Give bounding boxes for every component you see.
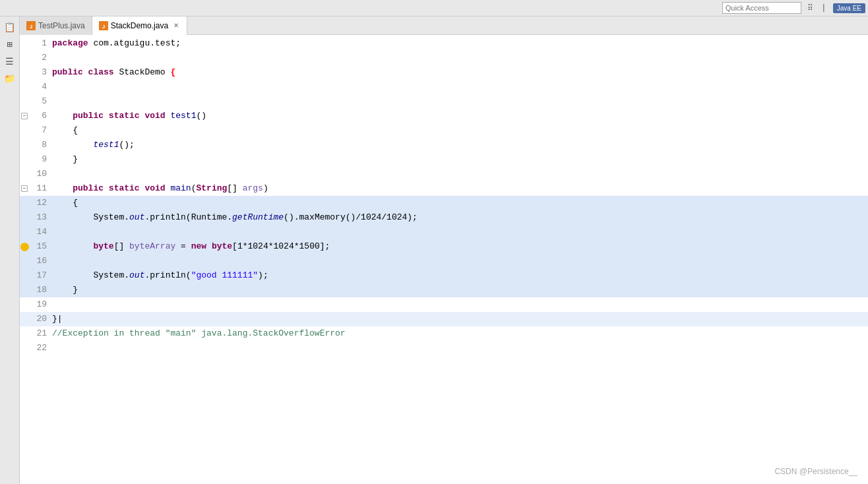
- code-line-14: 14: [20, 225, 868, 239]
- code-line-22: 22: [20, 341, 868, 355]
- code-line-11: − 11 public static void main(String[] ar…: [20, 181, 868, 196]
- code-line-3: 3 public class StackDemo {: [20, 65, 868, 80]
- code-line-4: 4: [20, 80, 868, 94]
- sidebar-icon-outline[interactable]: ☰: [2, 53, 18, 69]
- code-line-15: 15 byte[] byteArray = new byte[1*1024*10…: [20, 239, 868, 254]
- code-line-21: 21 //Exception in thread "main" java.lan…: [20, 326, 868, 341]
- quick-access-input[interactable]: [722, 2, 801, 14]
- code-line-13: 13 System.out.println(Runtime.getRuntime…: [20, 210, 868, 225]
- code-line-9: 9 }: [20, 152, 868, 167]
- java-file-icon-2: J: [99, 21, 108, 30]
- code-line-17: 17 System.out.println("good 111111");: [20, 268, 868, 283]
- code-line-1: 1 package com.atguigu.test;: [20, 36, 868, 51]
- tab-stackdemo-label: StackDemo.java: [111, 21, 168, 30]
- editor-wrapper: J TestPlus.java J StackDemo.java ✕: [20, 16, 868, 484]
- code-line-5: 5: [20, 94, 868, 109]
- collapse-marker-11[interactable]: −: [21, 185, 28, 192]
- left-sidebar: 📋 ⊞ ☰ 📁: [0, 16, 20, 484]
- separator-icon: |: [817, 1, 830, 15]
- code-line-6: − 6 public static void test1(): [20, 109, 868, 123]
- code-line-20: 20 }|: [20, 312, 868, 326]
- watermark: CSDN @Persistence__: [774, 467, 857, 476]
- perspective-switch-icon[interactable]: ⠿: [804, 1, 817, 15]
- svg-text:J: J: [102, 24, 104, 30]
- code-line-10: 10: [20, 167, 868, 181]
- editor-area: J TestPlus.java J StackDemo.java ✕: [20, 16, 868, 484]
- code-line-18: 18 }: [20, 283, 868, 297]
- top-bar-icons: ⠿ | Java EE: [804, 1, 865, 15]
- java-file-icon: J: [26, 21, 36, 30]
- code-line-7: 7 {: [20, 123, 868, 138]
- code-editor[interactable]: 1 package com.atguigu.test; 2 3 public c…: [20, 35, 868, 484]
- collapse-marker-6[interactable]: −: [21, 113, 28, 119]
- breakpoint-marker-15: [20, 243, 29, 251]
- tab-stackdemo[interactable]: J StackDemo.java ✕: [92, 16, 187, 35]
- tab-testplus[interactable]: J TestPlus.java: [20, 16, 92, 35]
- sidebar-icon-package[interactable]: 📋: [2, 19, 18, 35]
- code-line-8: 8 test1();: [20, 138, 868, 152]
- top-bar: ⠿ | Java EE: [0, 0, 868, 16]
- sidebar-icon-folder[interactable]: 📁: [2, 71, 18, 86]
- code-line-12: 12 {: [20, 196, 868, 210]
- java-ee-badge[interactable]: Java EE: [833, 3, 865, 13]
- svg-text:J: J: [30, 24, 32, 30]
- code-line-16: 16: [20, 254, 868, 268]
- tab-testplus-label: TestPlus.java: [38, 21, 85, 30]
- tab-bar: J TestPlus.java J StackDemo.java ✕: [20, 16, 868, 35]
- main-layout: 📋 ⊞ ☰ 📁 J TestPlus.java: [0, 16, 868, 484]
- sidebar-icon-hierarchy[interactable]: ⊞: [2, 36, 18, 52]
- code-line-2: 2: [20, 51, 868, 65]
- code-line-19: 19: [20, 297, 868, 312]
- tab-close-button[interactable]: ✕: [172, 22, 180, 30]
